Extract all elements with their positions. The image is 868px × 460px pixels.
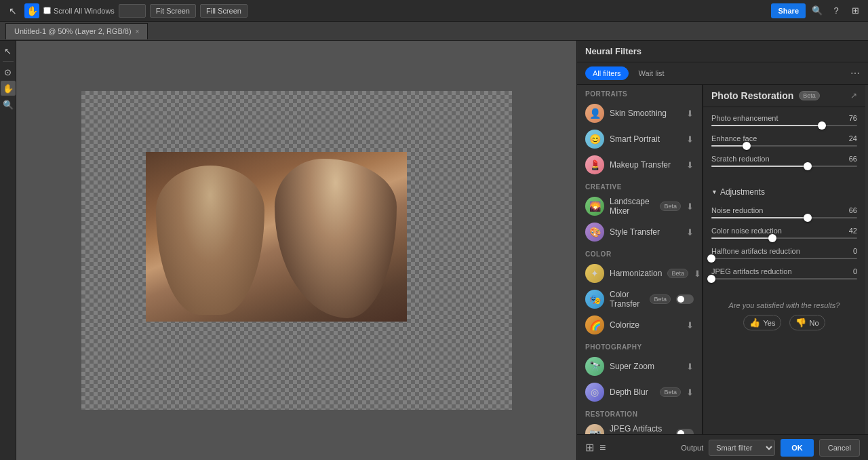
enhance-face-track[interactable] (711, 145, 857, 147)
super-zoom-download-icon[interactable]: ⬇ (686, 362, 694, 372)
yes-label: Yes (763, 319, 775, 327)
stack-icon[interactable]: ≡ (599, 442, 606, 454)
enhance-face-slider-row: Enhance face 24 (711, 134, 857, 147)
smart-portrait-download-icon[interactable]: ⬇ (686, 134, 694, 145)
scroll-all-windows-checkbox[interactable]: Scroll All Windows (43, 7, 115, 15)
detail-panel-title: Photo Restoration (711, 90, 793, 101)
tab-bar: Untitled-1 @ 50% (Layer 2, RGB/8) × (0, 22, 868, 41)
skin-smoothing-icon: 👤 (585, 104, 604, 123)
lasso-tool-icon[interactable]: ⊙ (1, 64, 16, 79)
filter-item-jpeg-artifacts[interactable]: 📷 JPEG Artifacts Removal (577, 421, 702, 434)
color-transfer-icon: 🎭 (585, 290, 604, 309)
colorize-icon: 🌈 (585, 315, 604, 334)
filter-item-harmonization[interactable]: ✦ Harmonization Beta ⬇ (577, 261, 702, 286)
style-transfer-download-icon[interactable]: ⬇ (686, 227, 694, 237)
help-icon[interactable]: ? (829, 3, 844, 18)
makeup-transfer-label: Makeup Transfer (610, 160, 681, 170)
ok-button[interactable]: OK (781, 439, 814, 457)
hand-icon[interactable]: ✋ (24, 3, 39, 18)
color-transfer-toggle[interactable] (676, 294, 694, 304)
filter-item-smart-portrait[interactable]: 😊 Smart Portrait ⬇ (577, 126, 702, 152)
harmonization-badge: Beta (667, 269, 688, 278)
filter-item-depth-blur[interactable]: ◎ Depth Blur Beta ⬇ (577, 379, 702, 405)
enhance-face-value: 24 (849, 134, 857, 142)
enhance-face-thumb[interactable] (743, 142, 751, 150)
adjustments-chevron: ▼ (711, 189, 717, 195)
canvas-area (16, 41, 576, 460)
noise-reduction-track[interactable] (711, 217, 857, 218)
tab-all-filters[interactable]: All filters (585, 66, 629, 80)
category-photography: PHOTOGRAPHY (577, 338, 702, 353)
color-noise-reduction-thumb[interactable] (768, 234, 776, 242)
photo-enhancement-thumb[interactable] (818, 121, 826, 130)
filter-item-color-transfer[interactable]: 🎭 Color Transfer Beta (577, 286, 702, 312)
enhance-face-fill (711, 145, 747, 147)
canvas-image (146, 152, 407, 322)
detail-back-icon[interactable]: ↗ (850, 91, 857, 100)
color-noise-reduction-label-row: Color noise reduction 42 (711, 227, 857, 235)
cancel-button[interactable]: Cancel (819, 439, 860, 457)
color-noise-reduction-fill (711, 237, 772, 239)
search-icon[interactable]: 🔍 (810, 3, 825, 18)
jpeg-artifacts-reduction-track[interactable] (711, 278, 857, 280)
filter-item-colorize[interactable]: 🌈 Colorize ⬇ (577, 312, 702, 338)
layers-icon[interactable]: ⊞ (585, 441, 594, 454)
share-button[interactable]: Share (771, 3, 806, 18)
category-color: COLOR (577, 245, 702, 261)
tab-close-button[interactable]: × (136, 28, 140, 35)
neural-filters-title: Neural Filters (585, 46, 642, 56)
output-select[interactable]: Smart filter New layer Current layer (709, 440, 775, 456)
filter-item-super-zoom[interactable]: 🔭 Super Zoom ⬇ (577, 353, 702, 379)
jpeg-artifacts-reduction-label-row: JPEG artifacts reduction 0 (711, 267, 857, 275)
filter-list-panel: PORTRAITS 👤 Skin Smoothing ⬇ 😊 Smart Por… (577, 85, 703, 434)
depth-blur-download-icon[interactable]: ⬇ (686, 387, 694, 398)
photo-enhancement-fill (711, 125, 822, 126)
skin-smoothing-download-icon[interactable]: ⬇ (686, 109, 694, 119)
halftone-artifacts-track[interactable] (711, 258, 857, 259)
filter-item-makeup-transfer[interactable]: 💄 Makeup Transfer ⬇ (577, 152, 702, 178)
move-tool-icon[interactable]: ↖ (1, 43, 16, 58)
jpeg-artifacts-icon: 📷 (585, 424, 604, 434)
filter-item-style-transfer[interactable]: 🎨 Style Transfer ⬇ (577, 219, 702, 245)
halftone-artifacts-thumb[interactable] (707, 254, 715, 263)
photo-enhancement-track[interactable] (711, 125, 857, 126)
tab-wait-list[interactable]: Wait list (631, 66, 672, 80)
filter-item-landscape-mixer[interactable]: 🌄 Landscape Mixer Beta ⬇ (577, 193, 702, 219)
fit-screen-button[interactable]: Fit Screen (150, 4, 196, 18)
landscape-mixer-icon: 🌄 (585, 197, 604, 216)
color-noise-reduction-track[interactable] (711, 237, 857, 239)
landscape-mixer-label: Landscape Mixer (610, 197, 654, 216)
noise-reduction-thumb[interactable] (804, 214, 812, 222)
satisfaction-no-button[interactable]: 👎 No (789, 315, 825, 330)
pointer-icon[interactable]: ↖ (5, 3, 20, 18)
adjustments-header[interactable]: ▼ Adjustments (703, 182, 865, 199)
more-options-icon[interactable]: ⋯ (850, 68, 860, 79)
jpeg-artifacts-reduction-thumb[interactable] (707, 275, 715, 283)
zoom-input[interactable]: 100% (119, 4, 146, 18)
landscape-mixer-download-icon[interactable]: ⬇ (686, 202, 694, 212)
scratch-reduction-track[interactable] (711, 166, 857, 167)
left-toolbar: ↖ ⊙ ✋ 🔍 (0, 41, 16, 460)
colorize-label: Colorize (610, 320, 681, 330)
detail-header: Photo Restoration Beta ↗ (703, 85, 865, 107)
zoom-tool-icon[interactable]: 🔍 (1, 97, 16, 112)
jpeg-artifacts-toggle[interactable] (676, 429, 694, 434)
makeup-transfer-download-icon[interactable]: ⬇ (686, 160, 694, 170)
super-zoom-label: Super Zoom (610, 362, 681, 371)
harmonization-download-icon[interactable]: ⬇ (694, 269, 701, 279)
colorize-download-icon[interactable]: ⬇ (686, 320, 694, 330)
document-tab[interactable]: Untitled-1 @ 50% (Layer 2, RGB/8) × (5, 23, 148, 39)
fill-screen-button[interactable]: Fill Screen (200, 4, 248, 18)
window-icon[interactable]: ⊞ (848, 3, 863, 18)
photo-enhancement-label: Photo enhancement (711, 114, 778, 122)
enhance-face-label: Enhance face (711, 134, 757, 142)
satisfaction-yes-button[interactable]: 👍 Yes (743, 315, 781, 330)
category-creative: CREATIVE (577, 178, 702, 193)
adjustments-label: Adjustments (720, 187, 765, 197)
scratch-reduction-thumb[interactable] (804, 162, 812, 170)
hand-tool-icon[interactable]: ✋ (1, 81, 16, 96)
filter-item-skin-smoothing[interactable]: 👤 Skin Smoothing ⬇ (577, 100, 702, 126)
noise-reduction-fill (711, 217, 808, 218)
noise-reduction-label-row: Noise reduction 66 (711, 206, 857, 214)
super-zoom-icon: 🔭 (585, 357, 604, 376)
